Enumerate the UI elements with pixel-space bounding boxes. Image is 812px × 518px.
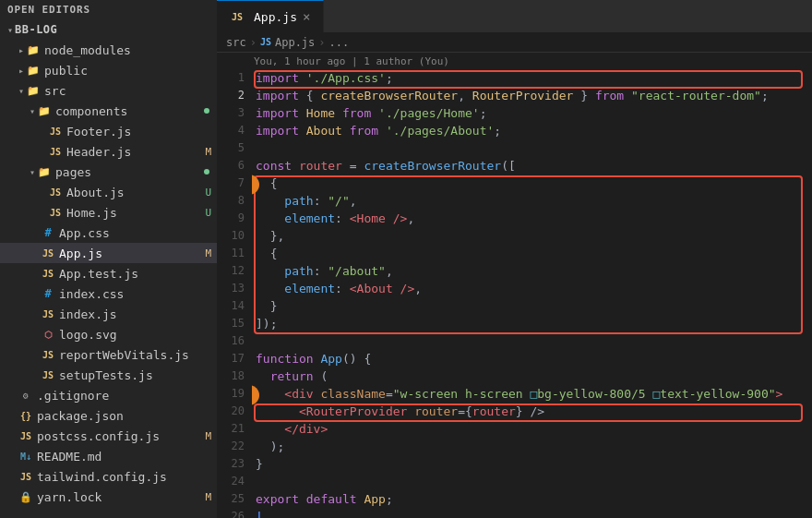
code-line-16 [252, 332, 812, 350]
sidebar-item-reportwebvitals-js[interactable]: JS reportWebVitals.js [0, 344, 217, 365]
breadcrumb-ellipsis[interactable]: ... [329, 36, 350, 49]
breadcrumb-js-icon: JS [260, 37, 271, 47]
js-file-icon: JS [18, 428, 33, 443]
modified-dot [204, 108, 209, 114]
svg-file-icon: ⬡ [41, 327, 55, 342]
code-content[interactable]: 2 3 import './App.css'; import { createB… [252, 69, 812, 518]
line-num: 14 [232, 297, 245, 315]
code-editor[interactable]: 1 2 3 4 5 6 7 8 9 10 11 12 13 14 15 16 1… [217, 69, 812, 518]
line-num: 1 [238, 69, 245, 87]
line-num: 3 [238, 104, 245, 122]
line-num: 9 [238, 210, 245, 227]
line-num: 15 [232, 315, 245, 332]
sidebar-item-setuptests-js[interactable]: JS setupTests.js [0, 365, 217, 385]
project-root[interactable]: ▾ BB-LOG [0, 19, 217, 40]
js-file-icon: JS [41, 347, 55, 362]
line-num: 25 [232, 490, 245, 508]
chevron-icon: ▾ [7, 25, 13, 35]
code-line-24 [252, 473, 812, 490]
sidebar: OPEN EDITORS ▾ BB-LOG ▸ 📁 node_modules ▸… [0, 0, 217, 518]
code-line-23: } [252, 455, 812, 473]
code-line-6: const router = createBrowserRouter([ [252, 157, 812, 175]
code-line-21: </div> [252, 420, 812, 438]
line-num: 23 [232, 455, 245, 473]
js-file-icon: JS [18, 469, 33, 484]
code-line-19: <div className="w-screen h-screen □bg-ye… [252, 385, 812, 403]
css-file-icon: # [41, 225, 55, 240]
breadcrumb-sep: › [250, 36, 257, 49]
sidebar-item-components[interactable]: ▾ 📁 components [0, 101, 217, 121]
tab-app-js[interactable]: JS App.js × [217, 0, 324, 32]
line-num: 19 [232, 385, 245, 403]
code-line-11: { [252, 245, 812, 262]
code-line-15: ]); [252, 315, 812, 332]
chevron-icon: ▾ [18, 86, 24, 96]
sidebar-item-footer-js[interactable]: JS Footer.js [0, 121, 217, 141]
chevron-icon: ▾ [30, 106, 35, 116]
line-num: 7 [238, 175, 245, 192]
sidebar-item-header-js[interactable]: JS Header.js M [0, 141, 217, 162]
line-num: 18 [232, 367, 245, 385]
breadcrumb-src[interactable]: src [226, 36, 246, 49]
line-num: 5 [238, 139, 245, 157]
open-editors-header[interactable]: OPEN EDITORS [0, 0, 217, 19]
modified-dot [204, 169, 209, 175]
line-numbers: 1 2 3 4 5 6 7 8 9 10 11 12 13 14 15 16 1… [217, 69, 252, 518]
code-line-4: import About from './pages/About'; [252, 122, 812, 139]
js-file-icon: JS [41, 307, 55, 321]
sidebar-item-gitignore[interactable]: ⚙ .gitignore [0, 385, 217, 405]
line-num: 8 [238, 192, 245, 210]
code-line-8: path: "/", [252, 192, 812, 210]
js-file-icon: JS [41, 246, 55, 260]
line-num: 22 [232, 438, 245, 455]
sidebar-item-app-test-js[interactable]: JS App.test.js [0, 263, 217, 283]
js-file-icon: JS [41, 266, 55, 281]
code-line-17: function App() { [252, 350, 812, 367]
sidebar-item-yarn-lock[interactable]: 🔒 yarn.lock M [0, 487, 217, 507]
code-line-3: import Home from './pages/Home'; [252, 104, 812, 122]
sidebar-item-home-js[interactable]: JS Home.js U [0, 202, 217, 223]
chevron-icon: ▾ [30, 167, 35, 177]
sidebar-item-logo-svg[interactable]: ⬡ logo.svg [0, 324, 217, 344]
sidebar-item-src[interactable]: ▾ 📁 src [0, 80, 217, 101]
folder-icon: 📁 [37, 103, 52, 118]
sidebar-item-app-js[interactable]: JS App.js M [0, 243, 217, 263]
breadcrumb-sep2: › [318, 36, 325, 49]
chevron-icon: ▸ [18, 45, 24, 55]
json-file-icon: {} [18, 408, 33, 423]
sidebar-item-tailwind-config-js[interactable]: JS tailwind.config.js [0, 466, 217, 487]
code-line-9: element: <Home />, [252, 210, 812, 227]
sidebar-item-index-css[interactable]: # index.css [0, 283, 217, 304]
sidebar-item-postcss-config-js[interactable]: JS postcss.config.js M [0, 426, 217, 446]
gitignore-file-icon: ⚙ [18, 388, 33, 403]
sidebar-item-pages[interactable]: ▾ 📁 pages [0, 162, 217, 182]
code-line-7: { [252, 175, 812, 192]
editor-tabs: JS App.js × [217, 0, 812, 32]
code-line-5 [252, 139, 812, 157]
sidebar-item-package-json[interactable]: {} package.json [0, 405, 217, 426]
lock-file-icon: 🔒 [18, 489, 33, 504]
js-file-icon: JS [48, 124, 63, 139]
line-num: 13 [232, 280, 245, 297]
sidebar-item-public[interactable]: ▸ 📁 public [0, 60, 217, 80]
sidebar-item-node-modules[interactable]: ▸ 📁 node_modules [0, 40, 217, 60]
sidebar-item-index-js[interactable]: JS index.js [0, 304, 217, 324]
line-num: 2 [238, 87, 245, 104]
code-line-20: <RouterProvider router={router} /> [252, 403, 812, 420]
breadcrumb-filename[interactable]: App.js [275, 36, 315, 49]
sidebar-item-app-css[interactable]: # App.css [0, 223, 217, 243]
code-line-26: | [252, 508, 812, 518]
line-num: 21 [232, 420, 245, 438]
tab-close-button[interactable]: × [303, 10, 310, 23]
sidebar-item-readme-md[interactable]: M↓ README.md [0, 446, 217, 466]
css-file-icon: # [41, 286, 55, 301]
line-num: 12 [232, 262, 245, 280]
sidebar-item-about-js[interactable]: JS About.js U [0, 182, 217, 202]
modified-badge: M [205, 247, 211, 259]
breadcrumb: src › JS App.js › ... [217, 32, 812, 53]
code-line-2: import { createBrowserRouter, RouterProv… [252, 87, 812, 104]
code-line-13: element: <About />, [252, 280, 812, 297]
line-num: 26 [232, 508, 245, 518]
line-num: 17 [232, 350, 245, 367]
code-line-12: path: "/about", [252, 262, 812, 280]
